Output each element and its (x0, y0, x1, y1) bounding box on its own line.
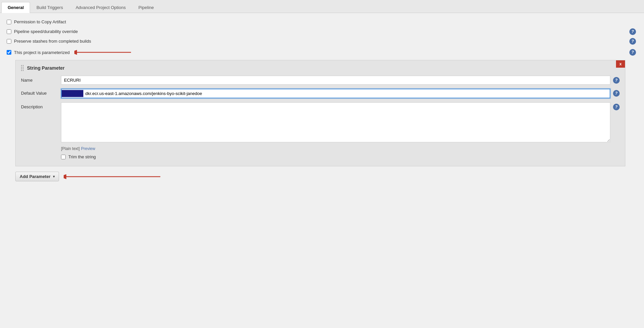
help-icon-name[interactable]: ? (613, 77, 620, 84)
description-field-row: Description ? (21, 102, 620, 142)
name-field-row: Name ? (21, 76, 620, 85)
help-icon-default-value[interactable]: ? (613, 90, 620, 97)
options-area: Permission to Copy Artifact Pipeline spe… (5, 17, 639, 59)
string-parameter-section: x String Parameter Name ? Default Value (15, 60, 625, 166)
trim-label: Trim the string (68, 154, 96, 159)
main-content: Permission to Copy Artifact Pipeline spe… (0, 13, 644, 185)
help-icon-pipeline-speed[interactable]: ? (629, 28, 636, 35)
tab-advanced-options[interactable]: Advanced Project Options (69, 2, 132, 13)
trim-checkbox[interactable] (61, 155, 66, 159)
dropdown-arrow-icon: ▾ (53, 175, 55, 178)
checkbox-pipeline-speed[interactable] (7, 29, 11, 34)
help-icon-preserve-stashes[interactable]: ? (629, 38, 636, 45)
checkbox-parameterized[interactable] (7, 50, 11, 55)
tab-build-triggers[interactable]: Build Triggers (30, 2, 69, 13)
close-param-button[interactable]: x (616, 60, 625, 68)
drag-handle[interactable] (21, 65, 24, 71)
option-row-preserve-stashes: Preserve stashes from completed builds ? (5, 36, 639, 46)
help-icon-description[interactable]: ? (613, 104, 620, 110)
label-pipeline-speed: Pipeline speed/durability override (14, 29, 78, 34)
default-value-input[interactable] (83, 89, 610, 98)
description-label: Description (21, 102, 61, 109)
tab-general[interactable]: General (1, 2, 30, 13)
arrow-annotation-parameterized (74, 48, 134, 56)
checkbox-preserve-stashes[interactable] (7, 39, 11, 44)
name-input[interactable] (61, 76, 610, 85)
name-label: Name (21, 76, 61, 83)
option-row-copy-artifact: Permission to Copy Artifact (5, 17, 639, 27)
default-value-label: Default Value (21, 89, 61, 96)
label-copy-artifact: Permission to Copy Artifact (14, 19, 66, 24)
trim-row: Trim the string ? (61, 154, 620, 159)
plain-text-label: [Plain text] (61, 146, 80, 151)
label-preserve-stashes: Preserve stashes from completed builds (14, 39, 91, 44)
arrow-annotation-add-param (64, 173, 164, 181)
param-title: String Parameter (27, 65, 65, 71)
redacted-value: account# (62, 90, 83, 97)
add-param-section: Add Parameter ▾ (15, 172, 639, 181)
param-header: String Parameter (21, 65, 620, 71)
help-icon-parameterized[interactable]: ? (629, 49, 636, 56)
tab-pipeline[interactable]: Pipeline (132, 2, 160, 13)
preview-link[interactable]: Preview (81, 146, 95, 151)
label-parameterized: This project is parameterized (14, 50, 70, 55)
tab-bar: General Build Triggers Advanced Project … (0, 0, 644, 13)
default-value-field-row: Default Value account# ? (21, 89, 620, 98)
checkbox-copy-artifact[interactable] (7, 20, 11, 24)
option-row-pipeline-speed: Pipeline speed/durability override ? (5, 27, 639, 36)
option-row-parameterized: This project is parameterized ? (5, 46, 639, 59)
add-param-button[interactable]: Add Parameter ▾ (15, 172, 59, 181)
description-textarea[interactable] (61, 102, 610, 142)
plain-text-row: [Plain text] Preview (61, 146, 620, 151)
